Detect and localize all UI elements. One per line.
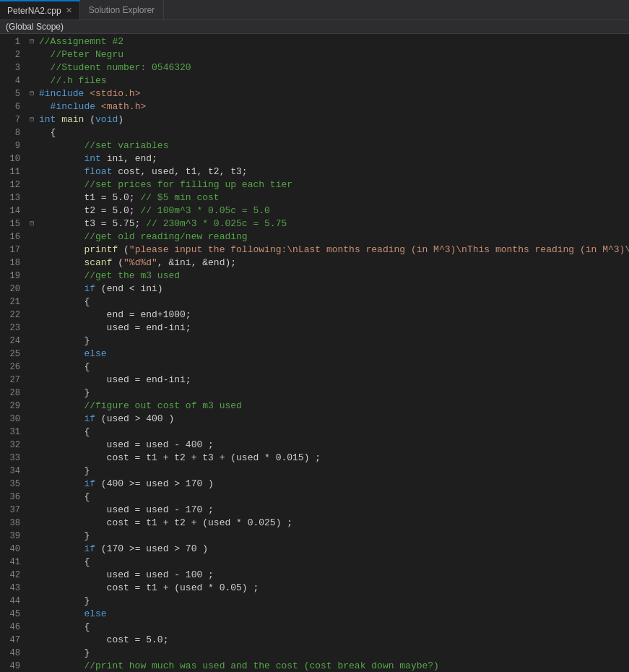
line-number: 21 [0,296,26,309]
collapse-indicator [26,152,38,165]
collapse-indicator [26,348,38,361]
code-content: //set prices for filling up each tier [38,178,629,191]
tab-close-icon[interactable]: ✕ [66,6,72,15]
code-row: 31 { [0,426,629,439]
line-number: 37 [0,504,26,517]
collapse-indicator[interactable]: ⊟ [26,217,38,231]
collapse-indicator [26,491,38,504]
collapse-indicator [26,582,38,595]
collapse-indicator [26,530,38,543]
line-number: 29 [0,400,26,413]
code-content: //set variables [38,139,629,152]
code-row: 5⊟#include <stdio.h> [0,87,629,100]
collapse-indicator [26,48,38,61]
line-number: 48 [0,647,26,660]
code-row: 36 { [0,491,629,504]
code-row: 16 //get old reading/new reading [0,231,629,244]
collapse-indicator [26,556,38,569]
collapse-indicator[interactable]: ⊟ [26,87,38,100]
collapse-indicator[interactable]: ⊟ [26,113,38,126]
code-content: cost = t1 + t2 + (used * 0.025) ; [38,517,629,530]
code-content: //figure out cost of m3 used [38,400,629,413]
code-content: //get the m3 used [38,270,629,283]
code-row: 25 else [0,348,629,361]
code-content: t2 = 5.0; // 100m^3 * 0.05c = 5.0 [38,204,629,217]
line-number: 9 [0,139,26,152]
code-row: 9 //set variables [0,139,629,152]
collapse-indicator [26,270,38,283]
collapse-indicator [26,296,38,309]
code-row: 15⊟ t3 = 5.75; // 230m^3 * 0.025c = 5.75 [0,217,629,231]
line-number: 44 [0,595,26,608]
code-content: //get old reading/new reading [38,231,629,244]
code-content: } [38,465,629,478]
line-number: 7 [0,113,26,126]
code-row: 45 else [0,608,629,621]
collapse-indicator [26,465,38,478]
collapse-indicator [26,569,38,582]
editor-area[interactable]: 1⊟//Assignemnt #22 //Peter Negru3 //Stud… [0,34,629,672]
line-number: 42 [0,569,26,582]
line-number: 2 [0,48,26,61]
code-content: t1 = 5.0; // $5 min cost [38,191,629,204]
code-content: { [38,126,629,139]
collapse-indicator [26,191,38,204]
code-content: } [38,335,629,348]
line-number: 20 [0,283,26,296]
collapse-indicator [26,74,38,87]
line-number: 11 [0,165,26,178]
tab-peterna2-label: PeterNA2.cpp [7,6,61,16]
scope-label: (Global Scope) [6,22,64,32]
code-content: else [38,348,629,361]
line-number: 28 [0,387,26,400]
collapse-indicator [26,126,38,139]
code-row: 2 //Peter Negru [0,48,629,61]
tab-peterna2[interactable]: PeterNA2.cpp ✕ [0,0,80,20]
line-number: 12 [0,178,26,191]
code-content: used = used - 170 ; [38,504,629,517]
code-row: 8 { [0,126,629,139]
code-row: 28 } [0,387,629,400]
code-row: 33 cost = t1 + t2 + t3 + (used * 0.015) … [0,452,629,465]
collapse-indicator [26,374,38,387]
code-content: used = used - 100 ; [38,569,629,582]
line-number: 36 [0,491,26,504]
code-content: int main (void) [38,113,629,126]
line-number: 45 [0,608,26,621]
collapse-indicator [26,608,38,621]
code-content: { [38,361,629,374]
collapse-indicator [26,361,38,374]
collapse-indicator [26,387,38,400]
code-row: 10 int ini, end; [0,152,629,165]
line-number: 23 [0,322,26,335]
code-row: 35 if (400 >= used > 170 ) [0,478,629,491]
line-number: 27 [0,374,26,387]
collapse-indicator [26,400,38,413]
line-number: 4 [0,74,26,87]
code-row: 37 used = used - 170 ; [0,504,629,517]
line-number: 47 [0,634,26,647]
code-row: 22 end = end+1000; [0,309,629,322]
line-number: 22 [0,309,26,322]
collapse-indicator[interactable]: ⊟ [26,35,38,48]
code-row: 11 float cost, used, t1, t2, t3; [0,165,629,178]
code-row: 27 used = end-ini; [0,374,629,387]
code-row: 14 t2 = 5.0; // 100m^3 * 0.05c = 5.0 [0,204,629,217]
line-number: 18 [0,257,26,270]
code-row: 20 if (end < ini) [0,283,629,296]
tab-solution-explorer[interactable]: Solution Explorer [80,0,164,20]
code-row: 34 } [0,465,629,478]
collapse-indicator [26,595,38,608]
ide-window: PeterNA2.cpp ✕ Solution Explorer (Global… [0,0,629,672]
collapse-indicator [26,244,38,257]
code-content: //Assignemnt #2 [38,35,629,48]
line-number: 15 [0,217,26,231]
line-number: 43 [0,582,26,595]
code-row: 13 t1 = 5.0; // $5 min cost [0,191,629,204]
collapse-indicator [26,322,38,335]
code-row: 26 { [0,361,629,374]
code-row: 41 { [0,556,629,569]
code-row: 44 } [0,595,629,608]
code-row: 42 used = used - 100 ; [0,569,629,582]
collapse-indicator [26,426,38,439]
